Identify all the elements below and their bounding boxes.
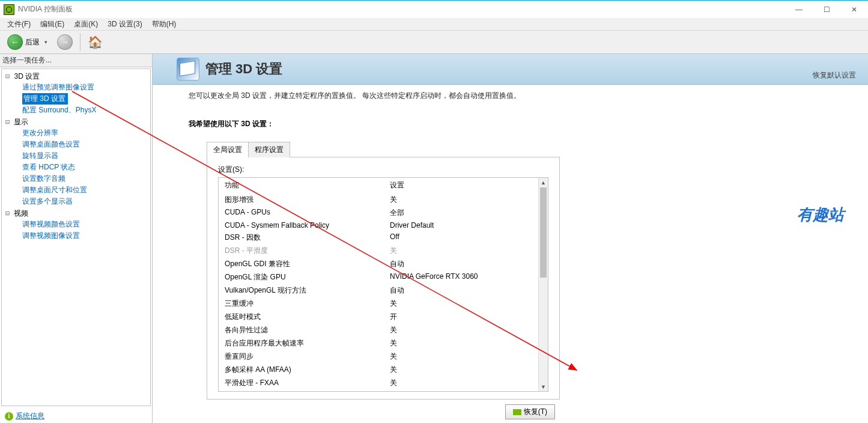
scroll-down-icon[interactable]: ▼ <box>539 382 548 391</box>
settings-row[interactable]: OpenGL GDI 兼容性自动 <box>219 257 539 270</box>
page-title: 管理 3D 设置 <box>205 60 282 78</box>
main-header: 管理 3D 设置 恢复默认设置 <box>153 54 868 85</box>
settings-row[interactable]: Vulkan/OpenGL 现行方法自动 <box>219 284 539 297</box>
settings-row[interactable]: 图形增强关 <box>219 193 539 206</box>
settings-row[interactable]: 后台应用程序最大帧速率关 <box>219 336 539 350</box>
setting-value[interactable]: 自动 <box>384 257 539 270</box>
tab-program[interactable]: 程序设置 <box>248 142 290 157</box>
setting-feature: 平滑处理 - FXAA <box>219 376 384 389</box>
workspace: 选择一项任务... 3D 设置 通过预览调整图像设置 管理 3D 设置 配置 S… <box>0 54 868 423</box>
restore-button[interactable]: 恢复(T) <box>505 404 555 419</box>
tree-group-display: 显示 更改分辨率 调整桌面颜色设置 旋转显示器 查看 HDCP 状态 设置数字音… <box>4 117 148 207</box>
forward-arrow-icon: → <box>57 34 73 50</box>
setting-feature: 垂直同步 <box>219 350 384 363</box>
settings-table: 功能 设置 图形增强关CUDA - GPUs全部CUDA - Sysmem Fa… <box>218 177 548 392</box>
tree-item-manage-3d[interactable]: 管理 3D 设置 <box>22 93 68 105</box>
col-feature-header: 功能 <box>219 178 384 193</box>
setting-feature: CUDA - Sysmem Fallback Policy <box>219 219 384 231</box>
tree-group-label[interactable]: 视频 <box>4 208 148 219</box>
setting-feature: 后台应用程序最大帧速率 <box>219 336 384 350</box>
settings-row[interactable]: 多帧采样 AA (MFAA)关 <box>219 363 539 376</box>
system-info-label: 系统信息 <box>16 411 44 421</box>
window-title: NVIDIA 控制面板 <box>18 4 785 14</box>
nvidia-logo-icon <box>513 409 521 415</box>
settings-row[interactable]: OpenGL 渲染 GPUNVIDIA GeForce RTX 3060 <box>219 270 539 284</box>
tree-item[interactable]: 旋转显示器 <box>4 150 148 162</box>
forward-button[interactable]: → <box>55 33 75 51</box>
scroll-up-icon[interactable]: ▲ <box>539 178 548 187</box>
tree-item[interactable]: 设置数字音频 <box>4 173 148 184</box>
settings-row[interactable]: CUDA - GPUs全部 <box>219 206 539 219</box>
setting-value[interactable]: 关 <box>384 363 539 376</box>
menu-help[interactable]: 帮助(H) <box>147 18 181 31</box>
tree-item[interactable]: 设置多个显示器 <box>4 196 148 207</box>
setting-value[interactable]: Driver Default <box>384 219 539 231</box>
menu-desktop[interactable]: 桌面(K) <box>69 18 103 31</box>
tree-item-surround[interactable]: 配置 Surround、PhysX <box>4 105 148 116</box>
minimize-button[interactable]: — <box>785 1 813 18</box>
settings-row[interactable]: 平滑处理 - 模式关 <box>219 389 539 391</box>
restore-defaults-link[interactable]: 恢复默认设置 <box>813 70 856 81</box>
tree-group-3d: 3D 设置 通过预览调整图像设置 管理 3D 设置 配置 Surround、Ph… <box>4 72 148 116</box>
setting-value[interactable]: 开 <box>384 310 539 323</box>
setting-feature: DSR - 平滑度 <box>219 244 384 257</box>
setting-value[interactable]: Off <box>384 231 539 244</box>
setting-value[interactable]: 关 <box>384 389 539 391</box>
tree-item-preview[interactable]: 通过预览调整图像设置 <box>4 82 148 93</box>
settings-row[interactable]: 垂直同步关 <box>219 350 539 363</box>
setting-feature: Vulkan/OpenGL 现行方法 <box>219 284 384 297</box>
settings-row[interactable]: CUDA - Sysmem Fallback PolicyDriver Defa… <box>219 219 539 231</box>
tree-item[interactable]: 查看 HDCP 状态 <box>4 162 148 173</box>
toolbar-separator <box>80 33 80 51</box>
task-tree: 3D 设置 通过预览调整图像设置 管理 3D 设置 配置 Surround、Ph… <box>1 68 151 406</box>
tree-item[interactable]: 更改分辨率 <box>4 127 148 139</box>
system-info-link[interactable]: i 系统信息 <box>0 407 152 423</box>
page-description: 您可以更改全局 3D 设置，并建立特定程序的置换值。 每次这些特定程序启动时，都… <box>189 91 832 101</box>
header-3d-icon <box>177 58 199 81</box>
maximize-button[interactable]: ☐ <box>813 1 840 18</box>
settings-row[interactable]: 低延时模式开 <box>219 310 539 323</box>
scroll-thumb[interactable] <box>540 187 547 278</box>
menu-file[interactable]: 文件(F) <box>2 18 35 31</box>
settings-label: 设置(S): <box>218 165 548 175</box>
tree-group-label[interactable]: 3D 设置 <box>4 72 148 82</box>
menu-3d-settings[interactable]: 3D 设置(3) <box>103 18 147 31</box>
tree-item[interactable]: 调整桌面颜色设置 <box>4 139 148 150</box>
settings-row[interactable]: 三重缓冲关 <box>219 297 539 310</box>
setting-value[interactable]: 关 <box>384 297 539 310</box>
menu-edit[interactable]: 编辑(E) <box>35 18 69 31</box>
setting-value[interactable]: 关 <box>384 336 539 350</box>
setting-value[interactable]: 全部 <box>384 206 539 219</box>
setting-value[interactable]: 关 <box>384 350 539 363</box>
settings-scroll[interactable]: 功能 设置 图形增强关CUDA - GPUs全部CUDA - Sysmem Fa… <box>219 178 539 391</box>
setting-value[interactable]: 关 <box>384 376 539 389</box>
tree-item[interactable]: 调整视频图像设置 <box>4 230 148 242</box>
tab-panel-global: 设置(S): 功能 设置 图形增强关CUDA - GPUs全部CUDA - Sy… <box>207 157 560 400</box>
settings-row[interactable]: 平滑处理 - FXAA关 <box>219 376 539 389</box>
setting-feature: 多帧采样 AA (MFAA) <box>219 363 384 376</box>
back-button[interactable]: ← 后退 ▾ <box>5 33 52 51</box>
close-button[interactable]: ✕ <box>840 1 868 18</box>
tree-item[interactable]: 调整桌面尺寸和位置 <box>4 184 148 196</box>
back-arrow-icon: ← <box>7 34 23 50</box>
settings-section: 我希望使用以下 3D 设置： 全局设置 程序设置 设置(S): 功能 设置 图形… <box>189 119 832 419</box>
setting-value[interactable]: 关 <box>384 323 539 336</box>
settings-row[interactable]: 各向异性过滤关 <box>219 323 539 336</box>
setting-value[interactable]: 关 <box>384 193 539 206</box>
setting-value[interactable]: 关 <box>384 244 539 257</box>
settings-row[interactable]: DSR - 因数Off <box>219 231 539 244</box>
setting-value[interactable]: 自动 <box>384 284 539 297</box>
tab-global[interactable]: 全局设置 <box>207 142 249 157</box>
home-icon: 🏠 <box>88 35 103 49</box>
setting-value[interactable]: NVIDIA GeForce RTX 3060 <box>384 270 539 284</box>
back-history-dropdown[interactable]: ▾ <box>42 39 50 45</box>
setting-feature: 平滑处理 - 模式 <box>219 389 384 391</box>
tree-group-label[interactable]: 显示 <box>4 117 148 127</box>
setting-feature: 三重缓冲 <box>219 297 384 310</box>
settings-row[interactable]: DSR - 平滑度关 <box>219 244 539 257</box>
tree-item[interactable]: 调整视频颜色设置 <box>4 219 148 230</box>
left-panel: 选择一项任务... 3D 设置 通过预览调整图像设置 管理 3D 设置 配置 S… <box>0 54 153 423</box>
home-button[interactable]: 🏠 <box>85 33 105 51</box>
scrollbar[interactable]: ▲ ▼ <box>538 178 548 391</box>
menubar: 文件(F) 编辑(E) 桌面(K) 3D 设置(3) 帮助(H) <box>0 18 868 31</box>
